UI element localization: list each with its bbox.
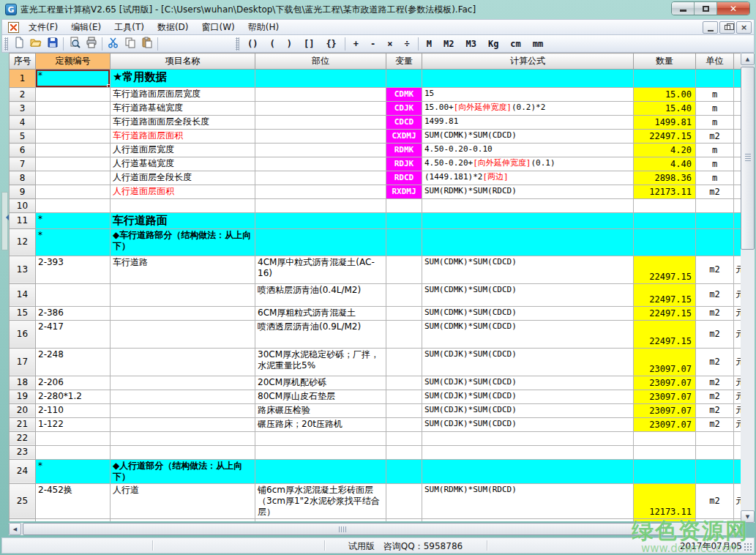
cell-extra-partial[interactable] [734, 228, 741, 256]
cell-part[interactable] [255, 185, 386, 199]
cell-quantity[interactable] [634, 459, 696, 483]
print-button[interactable] [83, 36, 100, 51]
row-number[interactable]: 4 [10, 116, 36, 130]
cell-unit[interactable] [696, 518, 734, 521]
cell-extra-partial[interactable] [734, 185, 741, 199]
cell-part[interactable] [255, 445, 386, 459]
cell-extra-partial[interactable]: 元 [734, 376, 741, 390]
cell-variable[interactable]: RDJK [386, 157, 422, 171]
cell-extra-partial[interactable] [734, 157, 741, 171]
row-number[interactable]: 23 [10, 445, 36, 459]
cell-quantity[interactable]: 23097.07 [634, 403, 696, 417]
cell-project-name[interactable]: ◆人行道部分（结构做法：从上向下） [111, 459, 255, 483]
operator-button-0[interactable]: () [242, 37, 263, 51]
cell-quantity[interactable]: 1499.81 [634, 116, 696, 130]
cell-quota[interactable] [36, 102, 111, 116]
cell-part[interactable]: 喷洒粘层沥青油(0.4L/M2) [255, 283, 386, 306]
cell-formula[interactable]: SUM(CDMK)*SUM(CDCD) [422, 283, 634, 306]
cell-quota[interactable] [36, 144, 111, 157]
cell-extra-partial[interactable] [734, 130, 741, 144]
operator-button-4[interactable]: {} [320, 37, 342, 51]
cell-part[interactable]: 铺6cm厚水泥混凝土彩砖面层（3cm厚1"2水泥砂浆找平结合层） [255, 483, 386, 518]
cell-unit[interactable] [696, 70, 734, 88]
cell-formula[interactable]: SUM(RDMK)*SUM(RDCD) [422, 185, 634, 199]
cell-unit[interactable] [696, 228, 734, 256]
cell-quota[interactable] [36, 88, 111, 102]
cell-unit[interactable] [696, 213, 734, 229]
cell-part[interactable] [255, 130, 386, 144]
cell-quota[interactable]: 2-452换 [36, 483, 111, 518]
row-number[interactable]: 24 [10, 459, 36, 483]
cell-variable[interactable] [386, 320, 422, 348]
cell-project-name[interactable] [111, 376, 255, 390]
vertical-scrollbar[interactable]: ▲ ▼ [741, 53, 755, 523]
cell-project-name[interactable] [111, 431, 255, 445]
row-number[interactable]: 22 [10, 431, 36, 445]
cell-formula[interactable]: SUM(RDMK)*SUM(RDCD) [422, 483, 634, 518]
cell-project-name[interactable]: 人行道面层全段长度 [111, 171, 255, 185]
cell-quantity[interactable] [634, 213, 696, 229]
cell-quantity[interactable]: 22497.15 [634, 283, 696, 306]
cell-quantity[interactable] [634, 518, 696, 521]
column-header-2[interactable]: 项目名称 [111, 53, 255, 70]
cell-extra-partial[interactable] [734, 213, 741, 229]
mdi-minimize-button[interactable] [703, 21, 718, 34]
cell-project-name[interactable]: ★常用数据 [111, 70, 255, 88]
cell-part[interactable] [255, 102, 386, 116]
cell-project-name[interactable] [111, 306, 255, 320]
mdi-close-button[interactable]: × [736, 21, 752, 34]
menu-item-2[interactable]: 工具(T) [108, 19, 151, 36]
cell-formula[interactable] [422, 431, 634, 445]
cell-part[interactable]: 6CM厚粗粒式沥青混凝土 [255, 306, 386, 320]
cell-extra-partial[interactable] [734, 431, 741, 445]
cell-project-name[interactable]: 车行道路面 [111, 213, 255, 229]
column-header-3[interactable]: 部位 [255, 53, 386, 70]
cell-quota[interactable]: * [36, 228, 111, 256]
row-number[interactable]: 9 [10, 185, 36, 199]
cell-project-name[interactable] [111, 417, 255, 431]
column-header-extra[interactable] [734, 53, 741, 70]
cell-variable[interactable]: CDJK [386, 102, 422, 116]
cell-part[interactable] [255, 144, 386, 157]
cell-unit[interactable]: m2 [696, 283, 734, 306]
cell-quantity[interactable]: 4.20 [634, 144, 696, 157]
cell-unit[interactable]: m2 [696, 130, 734, 144]
scroll-down-button[interactable]: ▼ [741, 510, 755, 523]
cell-part[interactable] [255, 70, 386, 88]
column-header-0[interactable]: 序号 [10, 53, 36, 70]
cell-quota[interactable]: 2-417 [36, 320, 111, 348]
panel-splitter[interactable] [1, 192, 8, 250]
cell-variable[interactable] [386, 483, 422, 518]
cell-quantity[interactable] [634, 228, 696, 256]
cell-part[interactable] [255, 431, 386, 445]
cell-extra-partial[interactable]: 元 [734, 403, 741, 417]
cell-unit[interactable]: m2 [696, 417, 734, 431]
row-number[interactable]: 1 [10, 70, 36, 88]
mdi-restore-button[interactable] [719, 21, 735, 34]
cell-variable[interactable] [386, 518, 422, 521]
row-number[interactable]: 21 [10, 417, 36, 431]
copy-button[interactable] [121, 36, 138, 51]
cell-project-name[interactable]: 人行道基础宽度 [111, 157, 255, 171]
horizontal-scrollbar[interactable]: ◀ ▶ [9, 523, 741, 535]
cell-formula[interactable]: 15.00+[向外延伸宽度](0.2)*2 [422, 102, 634, 116]
cell-variable[interactable]: RXDMJ [386, 185, 422, 199]
cell-quantity[interactable]: 22497.15 [634, 256, 696, 283]
cell-extra-partial[interactable] [734, 518, 741, 521]
column-header-1[interactable]: 定额编号 [36, 53, 111, 70]
new-button[interactable] [10, 36, 27, 51]
cell-variable[interactable] [386, 431, 422, 445]
row-number[interactable]: 18 [10, 376, 36, 390]
cell-formula[interactable] [422, 70, 634, 88]
cell-quota[interactable] [36, 171, 111, 185]
operator-button-1[interactable]: ( [263, 37, 280, 51]
cell-unit[interactable]: m [696, 157, 734, 171]
cell-unit[interactable] [696, 445, 734, 459]
cell-formula[interactable] [422, 459, 634, 483]
row-number[interactable]: 8 [10, 171, 36, 185]
cell-project-name[interactable]: 人行道 [111, 483, 255, 518]
cell-quantity[interactable]: 22497.15 [634, 130, 696, 144]
cell-part[interactable] [255, 228, 386, 256]
cell-variable[interactable] [386, 376, 422, 390]
cell-formula[interactable]: SUM(CDMK)*SUM(CDCD) [422, 306, 634, 320]
